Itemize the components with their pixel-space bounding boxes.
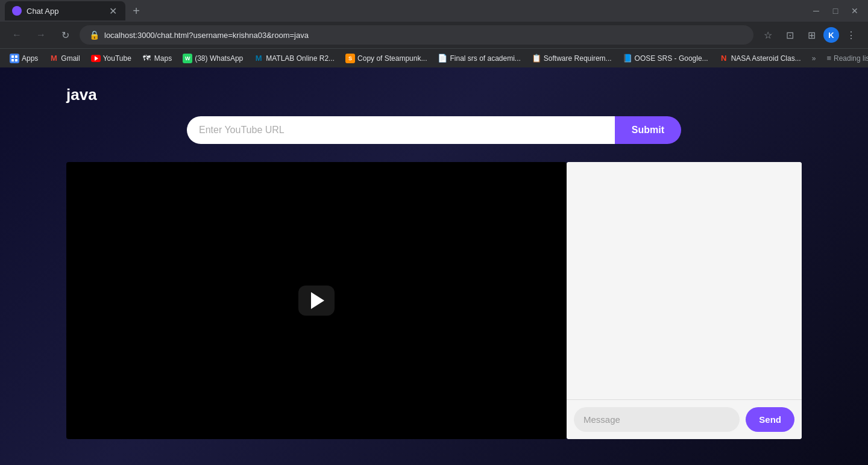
chat-messages[interactable] xyxy=(567,162,802,399)
tab-bar: Chat App ✕ + ─ □ ✕ xyxy=(0,0,868,22)
forward-button[interactable]: → xyxy=(31,25,51,45)
submit-button[interactable]: Submit xyxy=(615,116,681,144)
window-controls: ─ □ ✕ xyxy=(808,2,863,19)
apps-label: Apps xyxy=(22,54,38,63)
steampunk-icon: S xyxy=(345,54,355,63)
tab-favicon xyxy=(12,6,22,16)
chat-panel: Send xyxy=(567,162,802,439)
bookmark-star-icon[interactable]: ☆ xyxy=(758,25,778,45)
bookmark-steampunk[interactable]: S Copy of Steampunk... xyxy=(341,51,432,66)
bookmark-apps[interactable]: Apps xyxy=(5,51,43,66)
main-content: Send xyxy=(66,162,802,453)
video-player[interactable] xyxy=(66,162,567,439)
close-button[interactable]: ✕ xyxy=(846,2,863,19)
bookmark-matlab[interactable]: M MATLAB Online R2... xyxy=(249,51,339,66)
youtube-label: YouTube xyxy=(103,54,131,63)
room-name: java xyxy=(66,86,97,104)
nasa-label: NASA Asteroid Clas... xyxy=(731,54,801,63)
whatsapp-label: (38) WhatsApp xyxy=(195,54,243,63)
more-bookmarks-icon: » xyxy=(812,54,816,63)
final-label: Final srs of academi... xyxy=(450,54,520,63)
extensions-icon[interactable]: ⊞ xyxy=(802,25,821,45)
oose-label: OOSE SRS - Google... xyxy=(635,54,708,63)
svg-rect-3 xyxy=(15,59,17,61)
final-icon: 📄 xyxy=(438,54,447,63)
bookmarks-bar: Apps M Gmail YouTube 🗺 Maps W (38) Whats… xyxy=(0,48,868,67)
address-bar: ← → ↻ 🔒 localhost:3000/chat.html?usernam… xyxy=(0,22,868,48)
bookmark-reading-list[interactable]: ≡ Reading list xyxy=(822,51,868,65)
back-button[interactable]: ← xyxy=(7,25,27,45)
message-input[interactable] xyxy=(574,407,740,432)
svg-rect-1 xyxy=(15,55,17,58)
matlab-icon: M xyxy=(254,54,263,63)
oose-icon: 📘 xyxy=(623,54,632,63)
browser-chrome: Chat App ✕ + ─ □ ✕ ← → ↻ 🔒 localhost:300… xyxy=(0,0,868,67)
svg-rect-2 xyxy=(11,59,14,61)
bookmark-software[interactable]: 📋 Software Requirem... xyxy=(527,51,617,66)
profile-avatar[interactable]: K xyxy=(823,27,839,43)
reading-list-icon: ≡ xyxy=(826,54,831,63)
tab-title: Chat App xyxy=(27,7,102,16)
bookmark-final[interactable]: 📄 Final srs of academi... xyxy=(433,51,525,66)
svg-rect-0 xyxy=(11,55,14,58)
minimize-button[interactable]: ─ xyxy=(808,2,825,19)
tab-close-button[interactable]: ✕ xyxy=(107,5,118,16)
chat-input-area: Send xyxy=(567,399,802,439)
maps-label: Maps xyxy=(154,54,172,63)
maximize-button[interactable]: □ xyxy=(827,2,844,19)
bookmark-gmail[interactable]: M Gmail xyxy=(44,51,84,66)
new-tab-button[interactable]: + xyxy=(128,2,145,19)
youtube-url-input[interactable] xyxy=(187,116,615,144)
maps-icon: 🗺 xyxy=(142,54,152,63)
play-icon xyxy=(311,292,324,309)
active-tab[interactable]: Chat App ✕ xyxy=(5,1,125,20)
bookmark-more[interactable]: » xyxy=(807,52,821,65)
bookmark-whatsapp[interactable]: W (38) WhatsApp xyxy=(178,51,248,66)
matlab-label: MATLAB Online R2... xyxy=(266,54,335,63)
gmail-icon: M xyxy=(49,54,58,63)
gmail-label: Gmail xyxy=(61,54,80,63)
software-icon: 📋 xyxy=(532,54,541,63)
url-input-area: Submit xyxy=(187,116,681,144)
send-button[interactable]: Send xyxy=(746,407,794,432)
url-text: localhost:3000/chat.html?username=krishn… xyxy=(104,31,744,40)
bookmark-maps[interactable]: 🗺 Maps xyxy=(137,51,177,66)
software-label: Software Requirem... xyxy=(544,54,612,63)
whatsapp-icon: W xyxy=(183,54,192,63)
reading-list-label: Reading list xyxy=(834,54,868,63)
address-right-icons: ☆ ⊡ ⊞ K ⋮ xyxy=(758,25,861,45)
app-content: java Submit Send xyxy=(0,67,868,465)
bookmark-nasa[interactable]: N NASA Asteroid Clas... xyxy=(714,51,806,66)
steampunk-label: Copy of Steampunk... xyxy=(357,54,427,63)
url-bar[interactable]: 🔒 localhost:3000/chat.html?username=kris… xyxy=(80,25,753,45)
play-button-overlay[interactable] xyxy=(298,286,335,316)
cast-icon[interactable]: ⊡ xyxy=(780,25,799,45)
secure-icon: 🔒 xyxy=(89,30,99,40)
youtube-icon xyxy=(91,54,101,63)
bookmark-oose[interactable]: 📘 OOSE SRS - Google... xyxy=(618,51,713,66)
apps-icon xyxy=(10,54,19,63)
nasa-icon: N xyxy=(719,54,729,63)
bookmark-youtube[interactable]: YouTube xyxy=(86,51,136,66)
more-options-icon[interactable]: ⋮ xyxy=(841,25,861,45)
refresh-button[interactable]: ↻ xyxy=(55,25,75,45)
